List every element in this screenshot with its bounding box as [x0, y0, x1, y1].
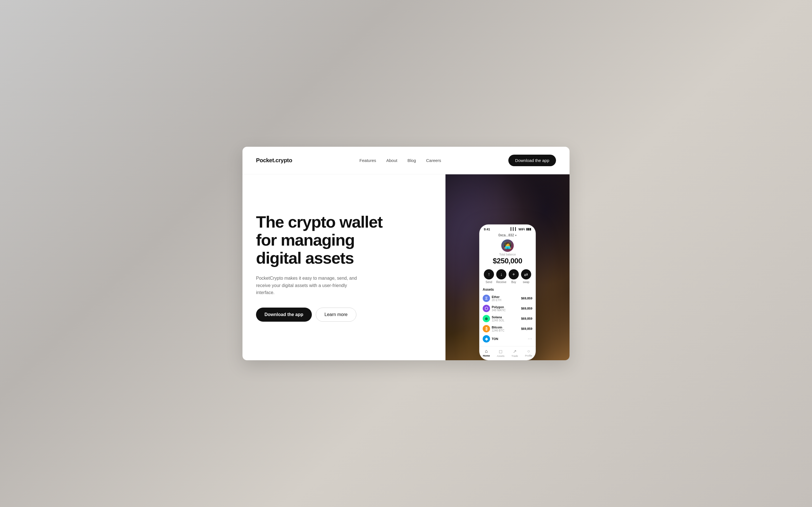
signal-icon: ▎▎▎ — [511, 227, 517, 231]
balance-label: Total balance — [483, 253, 532, 256]
hero-heading: The crypto wallet for managing digital a… — [256, 213, 432, 267]
swap-label: swap — [523, 281, 529, 284]
hero-description: PocketCrypto makes it easy to manage, se… — [256, 275, 363, 296]
send-action[interactable]: ↑ Send — [484, 269, 494, 284]
btc-name: Bitcoin — [492, 326, 504, 329]
nav-about[interactable]: About — [386, 158, 397, 163]
hero-heading-line2: for managing — [256, 231, 354, 249]
btc-amount: 1246 BTC — [492, 329, 504, 332]
asset-left-ton: ◈ TON — [483, 335, 498, 342]
home-icon: ⌂ — [485, 349, 488, 354]
home-label: Home — [483, 354, 490, 357]
action-buttons-row: ↑ Send ↓ Receive + Buy — [483, 269, 532, 284]
avatar-nft — [501, 239, 514, 252]
profile-label: Profile — [525, 354, 532, 357]
main-nav: Features About Blog Careers — [359, 158, 441, 163]
nav-blog[interactable]: Blog — [407, 158, 416, 163]
receive-icon: ↓ — [496, 269, 506, 279]
nav-features[interactable]: Features — [359, 158, 376, 163]
sol-icon: ◎ — [483, 315, 490, 322]
assets-section: Assets Ξ Ether 20 ETH $69,859 — [483, 288, 532, 344]
logo: Pocket.crypto — [256, 157, 292, 164]
sol-name: Solana — [492, 316, 504, 319]
btc-icon: ₿ — [483, 325, 490, 332]
buy-icon: + — [509, 269, 519, 279]
assets-title: Assets — [483, 288, 532, 291]
header: Pocket.crypto Features About Blog Career… — [243, 147, 569, 174]
nav-tab-trade[interactable]: ↗ Trade — [511, 349, 518, 357]
trade-icon: ↗ — [513, 349, 516, 354]
nav-tab-assets[interactable]: ◻ Assets — [497, 349, 504, 357]
learn-more-button[interactable]: Learn more — [316, 307, 356, 322]
asset-row-ton[interactable]: ◈ TON ··· — [483, 334, 532, 344]
hero-heading-line1: The crypto wallet — [256, 213, 382, 231]
assets-icon: ◻ — [499, 349, 502, 354]
phone-shell: 9:41 ▎▎▎ WiFi ▮▮▮ 0xca...832 ▾ — [479, 224, 536, 360]
avatar — [501, 239, 514, 252]
asset-row-sol[interactable]: ◎ Solana 1248 SOL $69,859 — [483, 314, 532, 324]
matic-amount: 348 MATIC — [492, 309, 506, 312]
assets-label: Assets — [497, 355, 504, 357]
wifi-icon: WiFi — [518, 228, 525, 231]
asset-row-btc[interactable]: ₿ Bitcoin 1246 BTC $69,859 — [483, 324, 532, 334]
receive-action[interactable]: ↓ Receive — [496, 269, 506, 284]
asset-left-matic: ⬡ Polygon 348 MATIC — [483, 305, 506, 312]
eth-value: $69,859 — [521, 297, 532, 300]
profile-icon: ○ — [527, 349, 530, 354]
download-app-button[interactable]: Download the app — [256, 307, 312, 322]
eth-icon: Ξ — [483, 295, 490, 302]
asset-row-eth[interactable]: Ξ Ether 20 ETH $69,859 — [483, 293, 532, 303]
ton-value: ··· — [528, 337, 532, 341]
trade-label: Trade — [511, 355, 518, 357]
ton-name: TON — [492, 337, 498, 341]
header-download-button[interactable]: Download the app — [508, 155, 556, 166]
asset-row-matic[interactable]: ⬡ Polygon 348 MATIC $69,859 — [483, 303, 532, 314]
nav-tab-home[interactable]: ⌂ Home — [483, 349, 490, 357]
phone-bottom-nav: ⌂ Home ◻ Assets ↗ Trade ○ — [479, 346, 536, 360]
nav-careers[interactable]: Careers — [426, 158, 441, 163]
phone-content: 0xca...832 ▾ Total balance $250,000 — [479, 232, 536, 344]
receive-label: Receive — [496, 281, 506, 284]
sol-amount: 1248 SOL — [492, 319, 504, 322]
send-label: Send — [486, 281, 492, 284]
buy-action[interactable]: + Buy — [509, 269, 519, 284]
matic-name: Polygon — [492, 305, 506, 309]
balance-amount: $250,000 — [483, 257, 532, 265]
phone-status-bar: 9:41 ▎▎▎ WiFi ▮▮▮ — [479, 224, 536, 232]
sol-value: $69,859 — [521, 317, 532, 320]
hero-right: 9:41 ▎▎▎ WiFi ▮▮▮ 0xca...832 ▾ — [446, 174, 569, 360]
page-container: Pocket.crypto Features About Blog Career… — [243, 147, 569, 360]
asset-left-eth: Ξ Ether 20 ETH — [483, 295, 501, 302]
asset-left-btc: ₿ Bitcoin 1246 BTC — [483, 325, 504, 332]
battery-icon: ▮▮▮ — [526, 227, 531, 231]
hero-heading-line3: digital assets — [256, 249, 354, 267]
buy-label: Buy — [511, 281, 516, 284]
hero-left: The crypto wallet for managing digital a… — [243, 174, 446, 360]
asset-left-sol: ◎ Solana 1248 SOL — [483, 315, 504, 322]
eth-name: Ether — [492, 295, 501, 298]
btc-value: $69,859 — [521, 327, 532, 330]
cta-buttons: Download the app Learn more — [256, 307, 432, 322]
nav-tab-profile[interactable]: ○ Profile — [525, 349, 532, 357]
swap-icon: ⇄ — [521, 269, 531, 279]
ton-icon: ◈ — [483, 335, 490, 342]
phone-mockup: 9:41 ▎▎▎ WiFi ▮▮▮ 0xca...832 ▾ — [479, 224, 536, 360]
wallet-address: 0xca...832 — [499, 233, 514, 237]
wallet-address-row[interactable]: 0xca...832 ▾ — [483, 233, 532, 237]
send-icon: ↑ — [484, 269, 494, 279]
matic-icon: ⬡ — [483, 305, 490, 312]
status-icons: ▎▎▎ WiFi ▮▮▮ — [511, 227, 531, 231]
matic-value: $69,859 — [521, 307, 532, 310]
eth-amount: 20 ETH — [492, 298, 501, 302]
swap-action[interactable]: ⇄ swap — [521, 269, 531, 284]
main-content: The crypto wallet for managing digital a… — [243, 174, 569, 360]
chevron-down-icon: ▾ — [515, 234, 516, 237]
status-time: 9:41 — [484, 228, 490, 231]
